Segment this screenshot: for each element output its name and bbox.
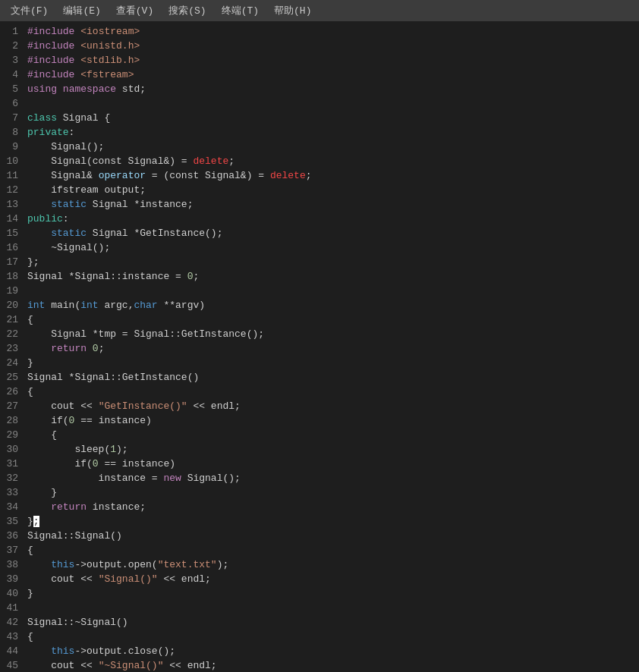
table-row: 11 Signal& operator = (const Signal&) = … (0, 168, 639, 183)
table-row: 42 Signal::~Signal() (0, 615, 639, 630)
menubar: 文件(F) 编辑(E) 查看(V) 搜索(S) 终端(T) 帮助(H) (0, 0, 639, 21)
table-row: 40 } (0, 586, 639, 601)
menu-edit[interactable]: 编辑(E) (55, 1, 108, 20)
table-row: 17 }; (0, 255, 639, 269)
menu-help[interactable]: 帮助(H) (266, 1, 319, 20)
table-row: 21 { (0, 312, 639, 327)
table-row: 8 private: (0, 125, 639, 140)
table-row: 36 Signal::Signal() (0, 529, 639, 543)
table-row: 15 static Signal *GetInstance(); (0, 226, 639, 240)
table-row: 34 return instance; (0, 500, 639, 514)
menu-terminal[interactable]: 终端(T) (214, 1, 266, 20)
table-row: 19 (0, 284, 639, 298)
table-row: 20 int main(int argc,char **argv) (0, 298, 639, 312)
table-row: 35 }; (0, 514, 639, 529)
menu-file[interactable]: 文件(F) (3, 1, 55, 20)
table-row: 39 cout << "Signal()" << endl; (0, 572, 639, 586)
menu-view[interactable]: 查看(V) (109, 1, 161, 20)
table-row: 44 this->output.close(); (0, 644, 639, 658)
menu-search[interactable]: 搜索(S) (161, 1, 213, 20)
table-row: 25 Signal *Signal::GetInstance() (0, 370, 639, 385)
table-row: 5 using namespace std; (0, 82, 639, 96)
table-row: 30 sleep(1); (0, 442, 639, 457)
table-row: 29 { (0, 428, 639, 442)
table-row: 1 #include <iostream> (0, 24, 639, 39)
table-row: 18 Signal *Signal::instance = 0; (0, 269, 639, 284)
table-row: 10 Signal(const Signal&) = delete; (0, 154, 639, 168)
table-row: 23 return 0; (0, 341, 639, 356)
table-row: 38 this->output.open("text.txt"); (0, 557, 639, 572)
table-row: 9 Signal(); (0, 140, 639, 154)
table-row: 12 ifstream output; (0, 183, 639, 197)
table-row: 45 cout << "~Signal()" << endl; (0, 658, 639, 672)
table-row: 14 public: (0, 212, 639, 226)
table-row: 3 #include <stdlib.h> (0, 53, 639, 68)
table-row: 31 if(0 == instance) (0, 457, 639, 471)
table-row: 24 } (0, 356, 639, 370)
table-row: 27 cout << "GetInstance()" << endl; (0, 399, 639, 413)
table-row: 33 } (0, 485, 639, 500)
table-row: 13 static Signal *instance; (0, 197, 639, 212)
table-row: 41 (0, 601, 639, 615)
table-row: 37 { (0, 543, 639, 557)
table-row: 4 #include <fstream> (0, 68, 639, 82)
table-row: 26 { (0, 385, 639, 399)
table-row: 43 { (0, 630, 639, 644)
table-row: 22 Signal *tmp = Signal::GetInstance(); (0, 327, 639, 341)
table-row: 7 class Signal { (0, 111, 639, 125)
table-row: 16 ~Signal(); (0, 240, 639, 255)
table-row: 6 (0, 96, 639, 111)
table-row: 2 #include <unistd.h> (0, 39, 639, 53)
table-row: 28 if(0 == instance) (0, 413, 639, 428)
table-row: 32 instance = new Signal(); (0, 471, 639, 485)
code-editor[interactable]: 1 #include <iostream> 2 #include <unistd… (0, 21, 639, 672)
